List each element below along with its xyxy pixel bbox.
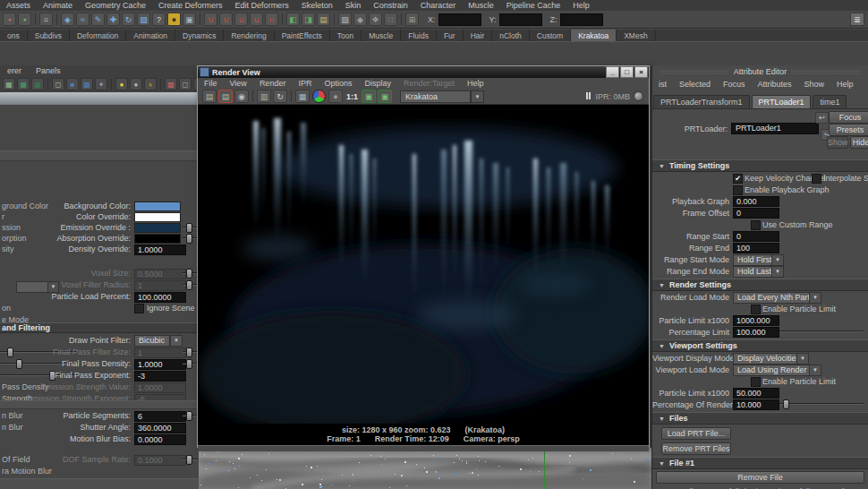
select-node-icon[interactable]: ↩ — [815, 112, 829, 124]
keep-image-icon[interactable]: ▣ — [362, 90, 376, 103]
field-playback-graph[interactable]: 0.000 — [733, 196, 779, 207]
layout-menu-icon[interactable]: ≡ — [39, 13, 53, 26]
shelf-tab-ons[interactable]: ons — [0, 30, 28, 41]
move-tool-icon[interactable]: ✚ — [106, 13, 120, 26]
help-icon[interactable]: ? — [152, 13, 166, 26]
field-density-override[interactable]: 1.0000 — [134, 244, 186, 255]
xray-icon[interactable]: ◻ — [179, 78, 191, 90]
shelf-tab-xmesh[interactable]: XMesh — [617, 30, 655, 41]
ae-menu-attributes[interactable]: Attributes — [752, 80, 798, 89]
snapshot-icon[interactable]: ◉ — [234, 90, 249, 103]
ae-menu-ist[interactable]: ist — [652, 80, 673, 89]
wireframe-icon[interactable]: ◻ — [52, 78, 64, 90]
field-frame-offset[interactable]: 0 — [733, 208, 779, 219]
menu-item-muscle[interactable]: Muscle — [462, 1, 500, 10]
viewport-horizon[interactable] — [0, 92, 199, 105]
focus-button[interactable]: Focus — [829, 111, 868, 124]
menu-item-geometry-cache[interactable]: Geometry Cache — [79, 1, 152, 10]
menu-item-edit-deformers[interactable]: Edit Deformers — [229, 1, 295, 10]
tab-prtloader1[interactable]: PRTLoader1 — [752, 95, 812, 108]
field-dof-sample-rate[interactable]: 0.1000 — [134, 455, 186, 466]
render-menu-ipr[interactable]: IPR — [292, 79, 318, 88]
select-tool-icon[interactable]: ◈ — [61, 13, 74, 26]
menu-item-skeleton[interactable]: Skeleton — [295, 1, 339, 10]
construction-history-icon[interactable]: ▤ — [317, 13, 330, 26]
node-name-field[interactable]: PRTLoader1 — [731, 123, 819, 134]
field-particle-limit-x1000[interactable]: 1000.000 — [733, 315, 779, 326]
slider-handle[interactable] — [186, 359, 192, 369]
shelf-tab-ncloth[interactable]: nCloth — [492, 30, 530, 41]
slider-percentage-of-render[interactable] — [779, 403, 864, 404]
color-swatch-color-override[interactable] — [134, 212, 181, 222]
film-gate-icon[interactable]: ▦ — [17, 78, 30, 90]
shelf-tab-toon[interactable]: Toon — [330, 30, 362, 41]
field-percentage-limit[interactable]: 100.000 — [733, 327, 779, 338]
menu-item-help[interactable]: Help — [566, 1, 596, 10]
coordinate-x-input[interactable] — [438, 13, 481, 26]
slider-handle[interactable] — [186, 234, 192, 244]
render-menu-help[interactable]: Help — [461, 79, 490, 88]
field-final-pass-exponent[interactable]: -3 — [134, 371, 186, 382]
coordinate-y-input[interactable] — [499, 13, 542, 26]
grid-snap-icon[interactable]: ⊞ — [405, 13, 419, 26]
tab-time1[interactable]: time1 — [813, 95, 847, 108]
checkbox-interpolate-sub-fra[interactable] — [812, 174, 821, 184]
dropdown-range-end-mode[interactable]: Hold Last — [733, 266, 772, 278]
coordinate-z-input[interactable] — [560, 13, 603, 26]
shelf-tab-painteffects[interactable]: PaintEffects — [275, 30, 330, 41]
render-view-title-bar[interactable]: Render View _ □ × — [198, 66, 649, 78]
render-current-frame-icon[interactable]: ◆ — [353, 13, 367, 26]
snap-plane-icon[interactable]: ∪ — [250, 13, 263, 26]
hide-button[interactable]: Hide — [850, 136, 868, 149]
color-swatch-background-color[interactable] — [134, 202, 181, 211]
field-particle-segments[interactable]: 6 — [134, 411, 186, 422]
render-icon[interactable]: ▤ — [202, 90, 217, 103]
perspective-viewport[interactable] — [199, 448, 651, 489]
shelf-tab-krakatoa[interactable]: Krakatoa — [571, 30, 617, 41]
remove-image-icon[interactable]: ▣ — [378, 90, 392, 103]
field-particle-limit-x1000[interactable]: 50.000 — [733, 388, 779, 399]
paint-select-tool-icon[interactable]: ✎ — [91, 13, 105, 26]
field-voxel-filter-radius[interactable]: 1 — [134, 280, 186, 291]
collapse-triangle-icon[interactable]: ▼ — [659, 163, 665, 169]
refresh-ipr-icon[interactable]: ↻ — [273, 90, 287, 103]
ae-menu-help[interactable]: Help — [830, 80, 860, 89]
pause-ipr-icon[interactable] — [586, 92, 591, 101]
field-shutter-angle[interactable]: 360.0000 — [134, 423, 186, 433]
menu-item-character[interactable]: Character — [414, 1, 463, 10]
isolate-select-icon[interactable]: ▩ — [165, 78, 177, 90]
lasso-tool-icon[interactable]: ≈ — [76, 13, 89, 26]
ambient-light-icon[interactable]: ● — [144, 78, 157, 90]
render-menu-render[interactable]: Render — [253, 79, 293, 88]
checkbox-keep-velocity-channel[interactable]: ✔ — [733, 174, 743, 184]
section-header-timing-settings[interactable]: ▼Timing Settings — [652, 159, 868, 172]
slider-handle[interactable] — [186, 269, 192, 279]
gate-mask-icon[interactable]: ▦ — [31, 78, 44, 90]
slider-handle[interactable] — [186, 347, 192, 357]
lock-icon[interactable]: ● — [167, 13, 181, 26]
show-button[interactable]: Show — [827, 136, 848, 149]
shelf-tab-dynamics[interactable]: Dynamics — [175, 30, 224, 41]
field-final-pass-density[interactable]: 1.0000 — [134, 359, 186, 370]
field-percentage-of-render[interactable]: 10.000 — [733, 399, 779, 410]
snap-surface-icon[interactable]: ∪ — [265, 13, 278, 26]
collapse-triangle-icon[interactable]: ▼ — [659, 282, 665, 288]
field-emission-strength-value[interactable]: 1.0000 — [134, 382, 186, 393]
ipr-icon[interactable]: ▥ — [257, 90, 271, 103]
menu-item-pipeline-cache[interactable]: Pipeline Cache — [500, 1, 567, 10]
viewport-menu-erer[interactable]: erer — [0, 66, 29, 75]
alpha-channel-icon[interactable]: ● — [328, 90, 343, 103]
color-swatch-absorption-override[interactable] — [134, 234, 181, 244]
slider-handle[interactable] — [186, 411, 192, 421]
slider-handle[interactable] — [186, 280, 192, 290]
render-settings-icon[interactable]: ∷ — [384, 13, 397, 26]
camera-select-arrow-icon[interactable]: ▼ — [471, 90, 484, 103]
field-particle-load-percent[interactable]: 100.0000 — [134, 292, 186, 303]
color-swatch-emission-override[interactable] — [134, 223, 181, 233]
dropdown-arrow-icon[interactable]: ▼ — [771, 266, 784, 278]
slider-handle[interactable] — [186, 223, 192, 233]
dropdown-arrow-icon[interactable]: ▼ — [170, 335, 183, 347]
region-icon[interactable]: ▦ — [295, 90, 310, 103]
shelf-tab-rendering[interactable]: Rendering — [224, 30, 274, 41]
field-voxel-size[interactable]: 0.5000 — [134, 269, 186, 279]
